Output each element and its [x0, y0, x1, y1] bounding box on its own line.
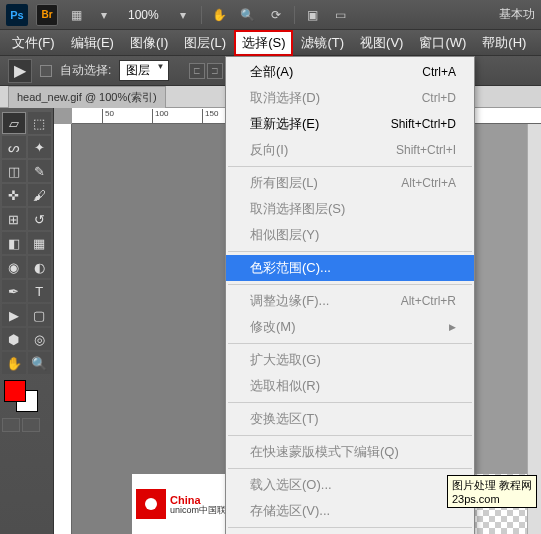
shape-tool[interactable]: ▢ [28, 304, 52, 326]
menu-save-selection[interactable]: 存储选区(V)... [226, 498, 474, 524]
menu-layer[interactable]: 图层(L) [176, 30, 234, 56]
lasso-tool[interactable]: ᔕ [2, 136, 26, 158]
auto-select-checkbox[interactable] [40, 65, 52, 77]
unicom-logo-icon [136, 489, 166, 519]
grid-icon[interactable]: ▦ [66, 5, 86, 25]
ruler-mark: 150 [202, 109, 218, 123]
submenu-arrow-icon: ▶ [449, 322, 456, 332]
arrange-icon[interactable]: ▣ [303, 5, 323, 25]
menu-image[interactable]: 图像(I) [122, 30, 176, 56]
move-tool-icon[interactable]: ▶ [8, 59, 32, 83]
brush-tool[interactable]: 🖌 [28, 184, 52, 206]
type-tool[interactable]: T [28, 280, 52, 302]
dodge-tool[interactable]: ◐ [28, 256, 52, 278]
menu-deselect-layers[interactable]: 取消选择图层(S) [226, 196, 474, 222]
zoom-icon[interactable]: 🔍 [238, 5, 258, 25]
quick-mask-icon[interactable] [2, 418, 20, 432]
menu-filter[interactable]: 滤镜(T) [293, 30, 352, 56]
menu-edit[interactable]: 编辑(E) [63, 30, 122, 56]
menu-select-all[interactable]: 全部(A)Ctrl+A [226, 59, 474, 85]
heal-tool[interactable]: ✜ [2, 184, 26, 206]
menu-divider [228, 435, 472, 436]
marquee-tool[interactable]: ⬚ [28, 112, 52, 134]
menu-divider [228, 343, 472, 344]
menu-bar: 文件(F) 编辑(E) 图像(I) 图层(L) 选择(S) 滤镜(T) 视图(V… [0, 30, 541, 56]
menu-view[interactable]: 视图(V) [352, 30, 411, 56]
vertical-scrollbar[interactable] [527, 124, 541, 534]
ruler-mark: 50 [102, 109, 114, 123]
menu-divider [228, 402, 472, 403]
align-icon[interactable]: ⊏ [189, 63, 205, 79]
screen-mode-icon[interactable] [22, 418, 40, 432]
photoshop-icon[interactable]: Ps [6, 4, 28, 26]
rotate-icon[interactable]: ⟳ [266, 5, 286, 25]
ruler-vertical [54, 124, 72, 534]
app-toolbar: Ps Br ▦ ▾ 100% ▾ ✋ 🔍 ⟳ ▣ ▭ 基本功 [0, 0, 541, 30]
menu-file[interactable]: 文件(F) [4, 30, 63, 56]
move-tool[interactable]: ▱ [2, 112, 26, 134]
auto-select-label: 自动选择: [60, 62, 111, 79]
menu-grow[interactable]: 扩大选取(G) [226, 347, 474, 373]
align-icon[interactable]: ⊐ [207, 63, 223, 79]
menu-divider [228, 251, 472, 252]
eraser-tool[interactable]: ◧ [2, 232, 26, 254]
hand-icon[interactable]: ✋ [210, 5, 230, 25]
bridge-icon[interactable]: Br [36, 4, 58, 26]
camera-tool[interactable]: ◎ [28, 328, 52, 350]
path-tool[interactable]: ▶ [2, 304, 26, 326]
tooltip: 图片处理 教程网 23ps.com [447, 475, 537, 508]
menu-reselect[interactable]: 重新选择(E)Shift+Ctrl+D [226, 111, 474, 137]
pen-tool[interactable]: ✒ [2, 280, 26, 302]
eyedropper-tool[interactable]: ✎ [28, 160, 52, 182]
tooltip-line: 教程网 [499, 479, 532, 491]
history-brush-tool[interactable]: ↺ [28, 208, 52, 230]
menu-help[interactable]: 帮助(H) [474, 30, 534, 56]
3d-tool[interactable]: ⬢ [2, 328, 26, 350]
svg-point-1 [145, 498, 157, 510]
menu-select[interactable]: 选择(S) [234, 30, 293, 56]
screen-mode-icon[interactable]: ▭ [331, 5, 351, 25]
stamp-tool[interactable]: ⊞ [2, 208, 26, 230]
wand-tool[interactable]: ✦ [28, 136, 52, 158]
document-tab[interactable]: head_new.gif @ 100%(索引) [8, 86, 166, 108]
tooltip-line: 23ps.com [452, 493, 500, 505]
menu-divider [228, 166, 472, 167]
menu-quick-mask[interactable]: 在快速蒙版模式下编辑(Q) [226, 439, 474, 465]
tooltip-line: 图片处理 [452, 479, 496, 491]
menu-all-layers[interactable]: 所有图层(L)Alt+Ctrl+A [226, 170, 474, 196]
dropdown-icon[interactable]: ▾ [94, 5, 114, 25]
menu-modify[interactable]: 修改(M)▶ [226, 314, 474, 340]
menu-divider [228, 468, 472, 469]
crop-tool[interactable]: ◫ [2, 160, 26, 182]
menu-refine-edge[interactable]: 调整边缘(F)...Alt+Ctrl+R [226, 288, 474, 314]
menu-transform-selection[interactable]: 变换选区(T) [226, 406, 474, 432]
zoom-percent[interactable]: 100% [128, 8, 159, 22]
menu-deselect[interactable]: 取消选择(D)Ctrl+D [226, 85, 474, 111]
menu-load-selection[interactable]: 载入选区(O)... [226, 472, 474, 498]
separator [294, 6, 295, 24]
blur-tool[interactable]: ◉ [2, 256, 26, 278]
menu-similar[interactable]: 选取相似(R) [226, 373, 474, 399]
dropdown-icon[interactable]: ▾ [173, 5, 193, 25]
ruler-mark: 100 [152, 109, 168, 123]
menu-divider [228, 527, 472, 528]
menu-similar-layers[interactable]: 相似图层(Y) [226, 222, 474, 248]
menu-window[interactable]: 窗口(W) [411, 30, 474, 56]
gradient-tool[interactable]: ▦ [28, 232, 52, 254]
layer-dropdown[interactable]: 图层 [119, 60, 169, 81]
select-menu-dropdown: 全部(A)Ctrl+A 取消选择(D)Ctrl+D 重新选择(E)Shift+C… [225, 56, 475, 534]
tool-palette: ▱⬚ ᔕ✦ ◫✎ ✜🖌 ⊞↺ ◧▦ ◉◐ ✒T ▶▢ ⬢◎ ✋🔍 [0, 108, 54, 534]
separator [201, 6, 202, 24]
hand-tool[interactable]: ✋ [2, 352, 26, 374]
workspace-label[interactable]: 基本功 [499, 6, 535, 23]
menu-inverse[interactable]: 反向(I)Shift+Ctrl+I [226, 137, 474, 163]
menu-color-range[interactable]: 色彩范围(C)... [226, 255, 474, 281]
menu-divider [228, 284, 472, 285]
zoom-tool[interactable]: 🔍 [28, 352, 52, 374]
foreground-swatch[interactable] [4, 380, 26, 402]
